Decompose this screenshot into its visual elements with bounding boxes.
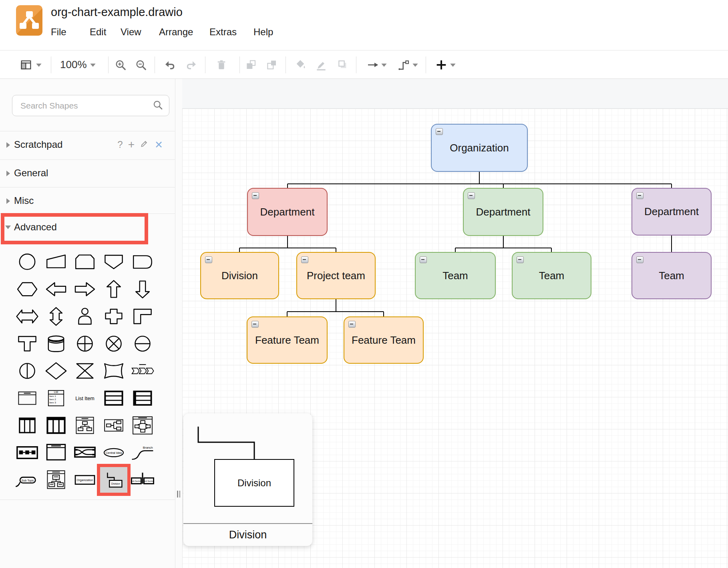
menu-extras[interactable]: Extras [209, 26, 237, 38]
node-feature-team-1[interactable]: Feature Team [247, 316, 328, 364]
sidebar-section-scratchpad[interactable]: Scratchpad? + ✕ [0, 131, 175, 159]
collapse-minus-icon[interactable] [301, 256, 308, 263]
shape-off-page-connector[interactable] [99, 248, 128, 276]
shape-list[interactable]: List Item 1Item 2Item 3 [42, 385, 70, 412]
shape-data-store[interactable] [42, 330, 70, 357]
shape-central-idea[interactable]: Central Idea [99, 439, 128, 466]
shape-table-rows-bold[interactable] [128, 385, 157, 412]
node-team-2[interactable]: Team [512, 252, 591, 299]
shape-division-shape[interactable]: Division [99, 466, 128, 493]
collapse-minus-icon[interactable] [205, 256, 212, 263]
collapse-minus-icon[interactable] [636, 192, 644, 199]
collapse-minus-icon[interactable] [517, 256, 524, 263]
to-back-button[interactable] [265, 58, 279, 72]
node-department-1[interactable]: Department [247, 188, 328, 236]
diagram-canvas[interactable]: OrganizationDepartmentDepartmentDepartme… [182, 79, 728, 568]
shape-arrow-up[interactable] [99, 276, 128, 303]
sidebar-section-misc[interactable]: Misc [0, 187, 175, 215]
node-division[interactable]: Division [200, 252, 279, 299]
search-icon[interactable] [153, 100, 163, 112]
collapse-minus-icon[interactable] [252, 192, 259, 199]
collapse-minus-icon[interactable] [436, 128, 443, 135]
node-department-3[interactable]: Department [631, 188, 712, 236]
shape-braided-flow[interactable] [70, 439, 99, 466]
shape-circle-x[interactable] [99, 330, 128, 357]
line-color-button[interactable] [314, 58, 328, 72]
shape-card[interactable] [70, 248, 99, 276]
sidebar-section-general[interactable]: General [0, 159, 175, 187]
shape-sub-section[interactable]: Sub SectionSub Section [128, 466, 157, 493]
scratchpad-add-icon[interactable]: + [128, 138, 135, 151]
zoom-in-button[interactable] [113, 58, 128, 72]
menu-help[interactable]: Help [253, 26, 273, 38]
shape-hexagon[interactable] [13, 276, 42, 303]
fill-color-button[interactable] [293, 58, 308, 72]
shape-table-columns-bold[interactable] [42, 412, 70, 439]
zoom-out-button[interactable] [134, 58, 148, 72]
shape-diamond[interactable] [42, 357, 70, 385]
shape-chevron-steps[interactable] [128, 357, 157, 385]
shape-arrow-down[interactable] [128, 276, 157, 303]
node-project-team[interactable]: Project team [296, 252, 376, 299]
caret-down-button[interactable] [408, 58, 422, 72]
shape-mindmap-container[interactable] [42, 466, 70, 493]
page-view-button[interactable] [19, 58, 33, 72]
sidebar-resize-grip[interactable] [177, 491, 181, 498]
node-feature-team-2[interactable]: Feature Team [344, 316, 424, 364]
shape-cross[interactable] [99, 303, 128, 330]
caret-down-button[interactable] [377, 58, 391, 72]
shape-arrow-up-down[interactable] [42, 303, 70, 330]
collapse-minus-icon[interactable] [251, 321, 259, 328]
shape-titled-container[interactable] [42, 439, 70, 466]
shape-table-rows[interactable] [99, 385, 128, 412]
shape-arrow-left[interactable] [42, 276, 70, 303]
shape-organization-shape[interactable]: Organization [70, 466, 99, 493]
shape-corner[interactable] [128, 303, 157, 330]
shape-arrow-left-right[interactable] [13, 303, 42, 330]
shape-container[interactable] [13, 385, 42, 412]
undo-button[interactable] [163, 58, 177, 72]
collapse-minus-icon[interactable] [636, 256, 644, 263]
to-front-button[interactable] [244, 58, 258, 72]
shape-list-item[interactable]: List Item [70, 385, 99, 412]
shape-horizontal-flow[interactable] [13, 439, 42, 466]
menu-edit[interactable]: Edit [90, 26, 106, 38]
shape-delay[interactable] [128, 248, 157, 276]
shape-ellipse[interactable] [13, 248, 42, 276]
node-team-1[interactable]: Team [415, 252, 496, 299]
shape-pincushion[interactable] [99, 357, 128, 385]
node-department-2[interactable]: Department [463, 188, 543, 236]
shape-tee[interactable] [13, 330, 42, 357]
shape-sub-topic[interactable]: Sub Topic [13, 466, 42, 493]
shape-brace-layout[interactable] [99, 412, 128, 439]
zoom-level-label[interactable]: 100% [60, 58, 87, 71]
node-team-3[interactable]: Team [631, 252, 712, 299]
delete-button[interactable] [214, 58, 229, 72]
shape-actor[interactable] [70, 303, 99, 330]
shadow-button[interactable] [335, 58, 350, 72]
shape-manual-operation[interactable] [42, 248, 70, 276]
shape-circle-hline[interactable] [128, 330, 157, 357]
scratchpad-close-icon[interactable]: ✕ [155, 139, 163, 151]
menu-file[interactable]: File [51, 26, 66, 38]
menu-arrange[interactable]: Arrange [159, 26, 193, 38]
node-organization[interactable]: Organization [431, 124, 528, 172]
shape-table-columns[interactable] [13, 412, 42, 439]
shape-circle-cross[interactable] [70, 330, 99, 357]
sidebar-section-advanced[interactable]: Advanced [0, 214, 175, 242]
search-shapes-input[interactable] [20, 99, 149, 113]
menu-view[interactable]: View [121, 26, 141, 38]
collapse-minus-icon[interactable] [468, 192, 475, 199]
collapse-minus-icon[interactable] [420, 256, 427, 263]
shape-branch[interactable]: Branch [128, 439, 157, 466]
shape-arrow-right[interactable] [70, 276, 99, 303]
scratchpad-help-icon[interactable]: ? [117, 139, 123, 150]
caret-down-button[interactable] [86, 58, 100, 72]
shape-org-tree-container[interactable] [70, 412, 99, 439]
shape-hourglass[interactable] [70, 357, 99, 385]
collapse-minus-icon[interactable] [348, 321, 356, 328]
scratchpad-edit-icon[interactable] [140, 139, 149, 151]
shape-circle-vline[interactable] [13, 357, 42, 385]
caret-down-button[interactable] [446, 58, 460, 72]
shape-flow-layout[interactable] [128, 412, 157, 439]
